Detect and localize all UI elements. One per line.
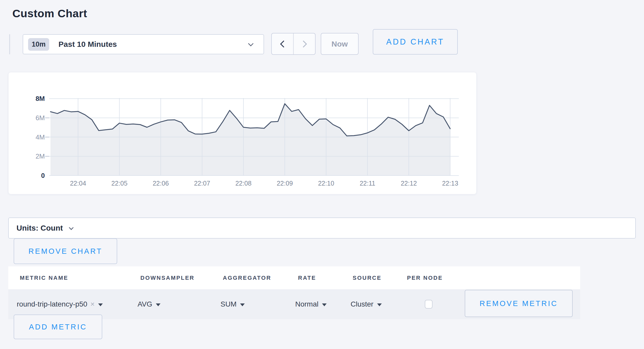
chevron-left-icon [280,40,287,47]
per-node-checkbox[interactable] [425,300,433,309]
dropdown-caret-icon [322,303,327,306]
x-axis-tick-label: 22:08 [235,180,252,187]
metric-name-value: round-trip-latency-p50 [17,300,87,308]
chart-card: 02M4M6M8M22:0422:0522:0622:0722:0822:092… [8,72,477,194]
column-header-metric-name: METRIC NAME [20,275,68,281]
metric-name-select[interactable]: round-trip-latency-p50 × [17,300,103,308]
chevron-right-icon [300,40,307,47]
x-axis-tick-label: 22:07 [194,180,210,187]
remove-metric-button[interactable]: REMOVE METRIC [465,290,573,317]
y-axis-tick-label: 0 [41,172,45,179]
x-axis-tick-label: 22:10 [318,180,334,187]
rate-value: Normal [295,300,318,308]
add-metric-button[interactable]: ADD METRIC [14,315,102,339]
y-axis-tick-label: 2M [36,152,45,160]
x-axis-tick-label: 22:11 [360,180,375,187]
clear-metric-icon[interactable]: × [90,300,95,308]
source-select[interactable]: Cluster [351,300,382,308]
next-time-button[interactable] [294,33,315,54]
column-header-source: SOURCE [353,275,382,281]
units-select[interactable]: Units: Count [8,217,636,239]
aggregator-select[interactable]: SUM [221,300,245,308]
chevron-down-icon [69,225,73,230]
y-axis-tick-label: 4M [36,133,45,141]
time-nav-group [271,33,316,55]
column-header-per-node: PER NODE [407,275,443,281]
page-title: Custom Chart [12,7,87,20]
x-axis-tick-label: 22:06 [153,180,169,187]
prev-time-button[interactable] [272,33,294,54]
x-axis-tick-label: 22:05 [111,180,128,187]
dropdown-caret-icon [240,303,245,306]
metric-area [50,104,450,176]
y-axis-tick-label: 6M [36,114,45,122]
x-axis-tick-label: 22:09 [277,180,293,187]
chevron-down-icon [248,41,253,46]
downsampler-value: AVG [138,300,152,308]
source-value: Cluster [351,300,374,308]
x-axis-tick-label: 22:12 [401,180,417,187]
dropdown-caret-icon [377,303,382,306]
rate-select[interactable]: Normal [295,300,327,308]
add-chart-button[interactable]: ADD CHART [373,29,458,55]
aggregator-value: SUM [221,300,236,308]
custom-chart-canvas[interactable]: 02M4M6M8M22:0422:0522:0622:0722:0822:092… [9,72,476,194]
downsampler-select[interactable]: AVG [138,300,160,308]
dropdown-caret-icon [98,303,103,306]
time-window-select[interactable]: 10m Past 10 Minutes [23,34,264,54]
time-window-label: Past 10 Minutes [58,40,117,49]
column-header-rate: RATE [298,275,316,281]
column-header-aggregator: AGGREGATOR [223,275,271,281]
metrics-table-header: METRIC NAMEDOWNSAMPLERAGGREGATORRATESOUR… [8,266,580,289]
time-window-badge: 10m [28,38,49,51]
custom-chart-page: Custom Chart 10m Past 10 Minutes Now ADD… [0,0,644,349]
column-header-downsampler: DOWNSAMPLER [140,275,194,281]
x-axis-tick-label: 22:04 [70,180,86,187]
now-button[interactable]: Now [321,33,359,55]
remove-chart-button[interactable]: REMOVE CHART [14,238,117,264]
y-axis-tick-label: 8M [36,95,45,102]
dropdown-caret-icon [156,303,160,306]
toolbar-left-divider [9,34,10,54]
x-axis-tick-label: 22:13 [442,180,458,187]
units-select-label: Units: Count [16,224,63,232]
